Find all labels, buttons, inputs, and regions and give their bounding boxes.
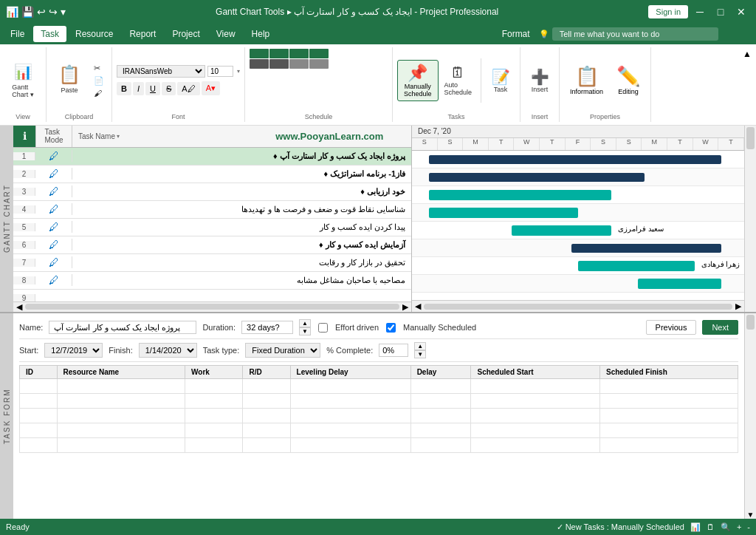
gantt-bar-2[interactable] [429, 173, 645, 182]
chart-view-icon[interactable]: 📊 [690, 522, 701, 532]
vertical-scrollbar[interactable] [744, 126, 756, 312]
table-row[interactable]: 2 🖊 فاز1- برنامه استراتژیک ♦ [13, 166, 411, 183]
underline-button[interactable]: U [145, 82, 160, 95]
gantt-chart-button[interactable]: 📊 GanttChart ▾ [4, 61, 41, 100]
task-name-input[interactable] [49, 321, 196, 334]
link-button[interactable] [250, 59, 269, 69]
indent-button[interactable] [250, 49, 269, 58]
information-button[interactable]: 📋 Information [564, 63, 609, 98]
paste-button[interactable]: 📋 Paste [51, 63, 88, 98]
chart-scroll-right-button[interactable]: ▶ [735, 301, 741, 311]
sign-in-button[interactable]: Sign in [648, 5, 688, 18]
row-task-name: تحقیق در بازار کار و رقابت [72, 258, 411, 268]
menu-task[interactable]: Task [33, 26, 66, 42]
strikethrough-button[interactable]: S [162, 82, 176, 95]
task-form-scroll-thumb[interactable] [746, 315, 755, 330]
unlink-button[interactable] [269, 59, 289, 69]
table-row[interactable]: 5 🖊 پیدا کردن ایده کسب و کار [13, 219, 411, 236]
filter-icon[interactable]: 🔍 [721, 522, 731, 532]
resource-table-row [20, 409, 738, 423]
table-row[interactable]: 8 🖊 مصاحبه با صاحبان مشاغل مشابه [13, 272, 411, 290]
task-form-content: Name: Duration: ▲ ▼ Effort driven Manual… [13, 313, 744, 519]
previous-button[interactable]: Previous [646, 320, 697, 335]
cut-button[interactable]: ✂ [91, 63, 107, 74]
zoom-in-icon[interactable]: + [737, 522, 741, 532]
editing-button[interactable]: ✏️ Editing [611, 63, 646, 98]
gantt-bar-4[interactable] [429, 208, 579, 218]
table-row[interactable]: 7 🖊 تحقیق در بازار کار و رقابت [13, 254, 411, 272]
task-form-area: TASK FORM Name: Duration: ▲ ▼ Effort dri… [0, 312, 756, 519]
gantt-bar-1[interactable] [429, 155, 721, 164]
font-name-select[interactable]: IRANSansWeb [117, 65, 205, 78]
respect-links-button[interactable] [289, 59, 309, 69]
menu-file[interactable]: File [3, 26, 32, 42]
menu-project[interactable]: Project [165, 26, 207, 42]
finish-date-select[interactable]: 1/14/2020 [139, 343, 197, 358]
duration-input[interactable] [241, 321, 293, 334]
undo-icon[interactable]: ↩ [37, 6, 46, 18]
scroll-thumb[interactable] [746, 127, 755, 149]
close-button[interactable]: ✕ [732, 3, 750, 21]
percent-complete-input[interactable] [379, 344, 408, 357]
next-button[interactable]: Next [702, 320, 738, 335]
col-leveling-delay: Leveling Delay [290, 366, 410, 379]
move-up-button[interactable] [289, 49, 309, 58]
ribbon-collapse-button[interactable]: ▲ [743, 49, 752, 59]
task-mode-button[interactable]: 📝 Task [486, 67, 515, 95]
task-type-select[interactable]: Fixed Duration [245, 343, 320, 358]
horizontal-scrollbar[interactable]: ◀ ▶ [13, 301, 411, 312]
name-col-arrow[interactable]: ▾ [117, 133, 120, 140]
font-size-arrow[interactable]: ▾ [237, 68, 240, 75]
save-icon[interactable]: 💾 [21, 6, 34, 18]
search-bar[interactable]: Tell me what you want to do [552, 27, 719, 41]
inactivate-button[interactable] [309, 59, 329, 69]
format-painter-button[interactable]: 🖌 [91, 88, 107, 98]
chart-horizontal-scrollbar[interactable]: ◀ ▶ [412, 300, 744, 312]
scroll-right-button[interactable]: ▶ [402, 302, 408, 312]
copy-button[interactable]: 📄 [91, 75, 107, 86]
outdent-button[interactable] [269, 49, 289, 58]
chart-scroll-left-button[interactable]: ◀ [415, 301, 421, 311]
scroll-down-button[interactable]: ▼ [745, 511, 756, 519]
bold-button[interactable]: B [117, 82, 131, 95]
zoom-out-icon[interactable]: - [747, 522, 750, 532]
percent-down-button[interactable]: ▼ [414, 350, 426, 358]
start-date-select[interactable]: 12/7/2019 [44, 343, 103, 358]
insert-button[interactable]: ➕ Insert [525, 67, 554, 95]
gantt-bar-7[interactable] [578, 261, 695, 271]
menu-help[interactable]: Help [244, 26, 278, 42]
font-size-input[interactable] [207, 66, 233, 77]
duration-down-button[interactable]: ▼ [299, 327, 311, 335]
task-form-row1: Name: Duration: ▲ ▼ Effort driven Manual… [19, 316, 738, 339]
table-row[interactable]: 9 [13, 290, 411, 301]
table-view-icon[interactable]: 🗒 [707, 522, 715, 532]
task-form-scrollbar[interactable]: ▼ [744, 313, 756, 519]
minimize-button[interactable]: ─ [691, 3, 709, 21]
restore-button[interactable]: □ [712, 3, 729, 21]
effort-driven-checkbox[interactable] [318, 323, 328, 333]
bg-color-button[interactable]: A🖊 [177, 82, 199, 95]
manually-scheduled-checkbox[interactable] [386, 323, 396, 333]
menu-format[interactable]: Format [495, 26, 537, 42]
table-row[interactable]: 3 🖊 خود ارزیابی ♦ [13, 183, 411, 201]
gantt-bar-6[interactable] [571, 244, 721, 253]
gantt-bar-5[interactable] [512, 225, 611, 236]
font-color-button[interactable]: A▾ [202, 81, 220, 95]
percent-up-button[interactable]: ▲ [414, 342, 426, 350]
auto-schedule-button[interactable]: 🗓 AutoSchedule [440, 63, 477, 98]
table-row[interactable]: 6 🖊 آزمایش ایده کسب و کار ♦ [13, 236, 411, 254]
duration-up-button[interactable]: ▲ [299, 319, 311, 327]
manually-schedule-button[interactable]: 📌 ManuallySchedule [397, 60, 439, 101]
scroll-left-button[interactable]: ◀ [16, 302, 22, 312]
menu-report[interactable]: Report [122, 26, 163, 42]
move-down-button[interactable] [309, 49, 329, 58]
gantt-bar-3[interactable] [429, 190, 612, 200]
menu-resource[interactable]: Resource [68, 26, 120, 42]
table-row[interactable]: 1 🖊 پروژه ایجاد یک کسب و کار استارت آپ ♦ [13, 148, 411, 166]
customize-icon[interactable]: ▾ [61, 6, 66, 18]
menu-view[interactable]: View [209, 26, 243, 42]
italic-button[interactable]: I [133, 82, 144, 95]
gantt-bar-8[interactable] [638, 279, 721, 289]
redo-icon[interactable]: ↪ [49, 6, 58, 18]
table-row[interactable]: 4 🖊 شناسایی نقاط قوت و ضعف و فرصت ها و ت… [13, 201, 411, 219]
